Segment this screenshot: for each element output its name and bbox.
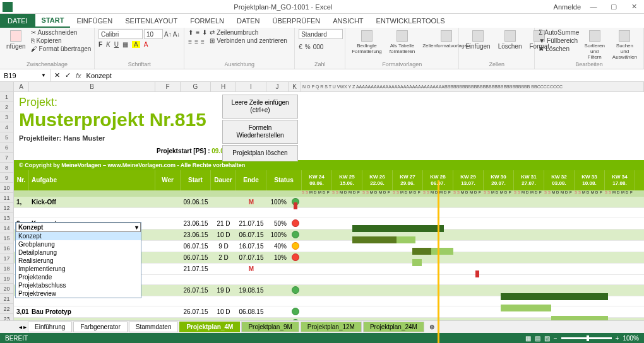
- chevron-down-icon[interactable]: ▾: [135, 224, 138, 231]
- align-top-button[interactable]: ⬆: [188, 29, 193, 36]
- row-header[interactable]: 1: [0, 92, 14, 102]
- confirm-formula-icon[interactable]: ✓: [65, 71, 71, 79]
- col-f[interactable]: F: [155, 82, 181, 91]
- zoom-slider[interactable]: [561, 337, 612, 339]
- row-header[interactable]: 20: [0, 284, 14, 294]
- align-bottom-button[interactable]: ⬇: [202, 29, 207, 36]
- row-header[interactable]: 12: [0, 203, 14, 213]
- col-j[interactable]: J: [266, 82, 289, 91]
- percent-button[interactable]: %: [305, 44, 311, 50]
- col-h[interactable]: H: [211, 82, 236, 91]
- col-i[interactable]: I: [236, 82, 266, 91]
- dropdown-option[interactable]: Implementierung: [16, 265, 141, 273]
- tab-data[interactable]: DATEN: [230, 14, 266, 28]
- find-select-button[interactable]: Suchen und Auswählen: [610, 29, 640, 61]
- tab-insert[interactable]: EINFÜGEN: [70, 14, 119, 28]
- merge-button[interactable]: ⊞ Verbinden und zentrieren: [210, 37, 287, 44]
- sheet-tab[interactable]: Projektplan_12M: [301, 322, 362, 332]
- row-header[interactable]: 15: [0, 233, 14, 243]
- sheet-tab[interactable]: Einführung: [28, 322, 72, 332]
- table-format-button[interactable]: Als Tabelle formatieren: [387, 29, 417, 55]
- col-rest[interactable]: N O P Q R S T U VWX Y Z AAAAAAAAAAAAAAAA…: [301, 82, 644, 91]
- file-tab[interactable]: DATEI: [0, 14, 35, 28]
- zoom-in-button[interactable]: +: [616, 335, 619, 342]
- dropdown-option[interactable]: Projektende: [16, 273, 141, 281]
- name-box[interactable]: B19▼: [0, 69, 51, 81]
- cond-format-button[interactable]: Bedingte Formatierung: [349, 29, 385, 55]
- row-header[interactable]: 21: [0, 294, 14, 304]
- insert-cells-button[interactable]: Einfügen: [463, 29, 492, 51]
- view-page-icon[interactable]: ▤: [535, 335, 540, 342]
- tab-start[interactable]: START: [35, 14, 71, 28]
- dropdown-option[interactable]: Projektabschluss: [16, 281, 141, 289]
- task-dropdown[interactable]: Konzept▾ KonzeptGrobplanungDetailplanung…: [15, 222, 141, 298]
- align-middle-button[interactable]: ≡: [196, 29, 200, 36]
- col-a[interactable]: A: [14, 82, 29, 91]
- row-header[interactable]: 18: [0, 264, 14, 274]
- row-header[interactable]: 22: [0, 304, 14, 314]
- increase-font-button[interactable]: A↑: [164, 31, 172, 38]
- row-header[interactable]: 3: [0, 112, 14, 122]
- autosum-button[interactable]: Σ AutoSumme: [539, 29, 579, 36]
- insert-row-button[interactable]: Leere Zeile einfügen (ctrl+e): [222, 95, 298, 119]
- cancel-formula-icon[interactable]: ✕: [54, 71, 60, 79]
- zoom-level[interactable]: 100%: [623, 335, 639, 342]
- tab-formulas[interactable]: FORMELN: [184, 14, 230, 28]
- zoom-out-button[interactable]: −: [554, 335, 558, 342]
- align-center-button[interactable]: ≡: [194, 38, 198, 45]
- comma-button[interactable]: 000: [313, 44, 324, 50]
- col-b[interactable]: B: [29, 82, 155, 91]
- row-header[interactable]: 11: [0, 193, 14, 203]
- sheet-tab[interactable]: Stammdaten: [129, 322, 179, 332]
- paste-button[interactable]: nfügen: [4, 29, 28, 51]
- underline-button[interactable]: U: [114, 41, 119, 48]
- fx-icon[interactable]: fx: [76, 72, 81, 79]
- select-all-corner[interactable]: [0, 82, 14, 91]
- fill-button[interactable]: ▼ Füllbereich: [539, 37, 579, 44]
- maximize-button[interactable]: ▢: [606, 3, 621, 11]
- dropdown-option[interactable]: Grobplanung: [16, 240, 141, 248]
- decrease-font-button[interactable]: A↓: [173, 31, 181, 38]
- align-left-button[interactable]: ≡: [188, 38, 192, 45]
- worksheet[interactable]: 1234567891011121314151617181920212223242…: [0, 92, 644, 343]
- bold-button[interactable]: F: [98, 41, 102, 48]
- col-k[interactable]: K: [289, 82, 301, 91]
- tab-view[interactable]: ANSICHT: [326, 14, 369, 28]
- row-header[interactable]: 13: [0, 213, 14, 223]
- col-g[interactable]: G: [181, 82, 211, 91]
- border-button[interactable]: ▦: [122, 41, 128, 48]
- formula-input[interactable]: Konzept: [86, 72, 112, 79]
- row-header[interactable]: 7: [0, 153, 14, 163]
- sheet-tab[interactable]: Farbgenerator: [73, 322, 127, 332]
- tab-review[interactable]: ÜBERPRÜFEN: [266, 14, 326, 28]
- row-header[interactable]: 19: [0, 274, 14, 284]
- number-format-combo[interactable]: Standard: [299, 29, 343, 39]
- tab-nav-first[interactable]: ◂: [19, 323, 22, 330]
- delete-cells-button[interactable]: Löschen: [496, 29, 525, 51]
- font-color-button[interactable]: A: [144, 41, 148, 48]
- font-name-combo[interactable]: Calibri: [98, 29, 143, 39]
- row-header[interactable]: 6: [0, 142, 14, 153]
- row-header[interactable]: 9: [0, 173, 14, 183]
- tab-developer[interactable]: ENTWICKLERTOOLS: [370, 14, 451, 28]
- dropdown-option[interactable]: Detailplanung: [16, 248, 141, 257]
- dropdown-option[interactable]: Realisierung: [16, 257, 141, 265]
- cut-button[interactable]: ✂ Ausschneiden: [31, 29, 92, 36]
- sheet-tab-active[interactable]: Projektplan_4M: [179, 322, 240, 332]
- minimize-button[interactable]: —: [586, 3, 601, 11]
- copy-button[interactable]: ⎘ Kopieren: [31, 37, 92, 44]
- currency-button[interactable]: €: [299, 44, 302, 50]
- row-header[interactable]: 2: [0, 102, 14, 112]
- sort-filter-button[interactable]: Sortieren und Filtern: [581, 29, 607, 61]
- clear-button[interactable]: ✖ Löschen: [539, 45, 579, 52]
- delete-plan-button[interactable]: Projektplan löschen: [222, 145, 298, 161]
- format-painter-button[interactable]: 🖌 Format übertragen: [31, 45, 92, 52]
- restore-formulas-button[interactable]: Formeln Wiederherstellen: [222, 120, 298, 144]
- wrap-text-button[interactable]: ⇄ Zeilenumbruch: [210, 29, 287, 36]
- signin-link[interactable]: Anmelde: [554, 3, 581, 11]
- row-header[interactable]: 10: [0, 183, 14, 193]
- italic-button[interactable]: K: [106, 41, 110, 48]
- sheet-tab[interactable]: Projektplan_24M: [363, 322, 424, 332]
- align-right-button[interactable]: ≡: [201, 38, 205, 45]
- tab-nav-prev[interactable]: ▸: [23, 323, 27, 330]
